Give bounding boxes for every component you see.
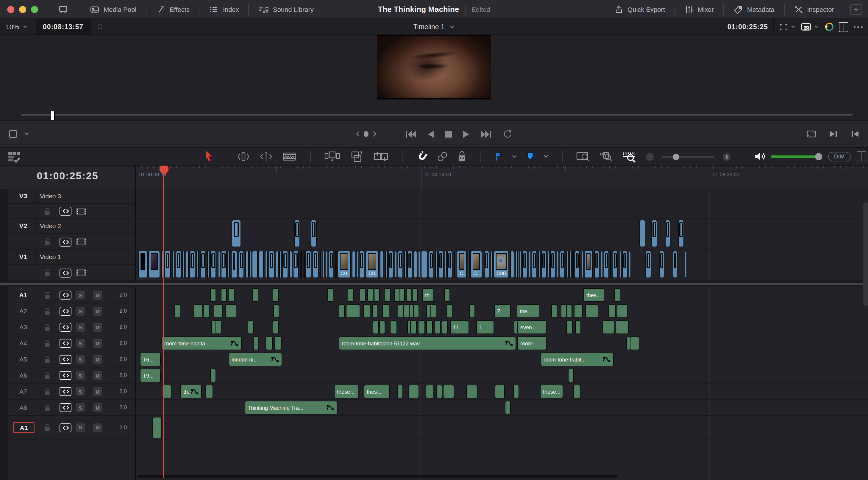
solo-button[interactable]: S: [75, 387, 85, 396]
mute-button[interactable]: M: [93, 323, 102, 332]
audio-clip[interactable]: [404, 304, 410, 318]
audio-lane-A8[interactable]: Thinking Machine Tra...: [135, 399, 868, 416]
video-clip[interactable]: [239, 251, 244, 278]
lock-icon[interactable]: [43, 403, 51, 412]
track-number[interactable]: A1: [13, 291, 33, 298]
audio-clip[interactable]: [253, 336, 259, 350]
video-clip[interactable]: [252, 251, 258, 278]
video-clip[interactable]: [435, 251, 438, 278]
video-clip[interactable]: [276, 251, 279, 278]
video-clip[interactable]: [313, 251, 318, 278]
snapping-magnet-button[interactable]: [416, 150, 428, 163]
mute-button[interactable]: M: [93, 355, 102, 364]
audio-clip[interactable]: [248, 321, 254, 334]
audio-clip[interactable]: room-...: [517, 336, 547, 350]
link-clips-button[interactable]: [436, 151, 448, 162]
audio-clip[interactable]: [616, 321, 629, 334]
auto-select-toggle[interactable]: [60, 403, 71, 412]
inspector-button[interactable]: Inspector: [785, 0, 844, 19]
video-clip[interactable]: [359, 251, 364, 278]
audio-clip[interactable]: [418, 321, 425, 334]
video-clip[interactable]: [640, 220, 645, 247]
video-clip[interactable]: [438, 251, 443, 278]
proxy-quality-button[interactable]: HQ: [801, 22, 818, 31]
audio-clip[interactable]: [273, 288, 279, 302]
audio-clip[interactable]: [210, 369, 216, 382]
audio-clip[interactable]: [410, 321, 417, 334]
trim-edit-tool-button[interactable]: [236, 151, 251, 162]
audio-clip[interactable]: [175, 304, 180, 318]
track-number[interactable]: V3: [13, 192, 33, 199]
auto-select-toggle[interactable]: [60, 237, 71, 246]
timeline-zoom-slider[interactable]: [662, 156, 714, 157]
video-clip[interactable]: [445, 251, 446, 278]
audio-clip[interactable]: [466, 385, 477, 398]
video-clip[interactable]: [532, 251, 537, 278]
razor-tool-button[interactable]: [282, 151, 297, 162]
audio-clip[interactable]: even i...: [517, 321, 547, 334]
auto-select-toggle[interactable]: [60, 371, 71, 380]
video-clip[interactable]: [329, 251, 334, 278]
fit-frame-button[interactable]: [779, 23, 795, 31]
timeline-lanes[interactable]: C0...C0...C...C...C00...th...thes...Z...…: [135, 189, 868, 480]
audio-clip[interactable]: [568, 369, 574, 382]
audio-clip[interactable]: th...: [180, 385, 202, 398]
video-clip[interactable]: [538, 251, 540, 278]
dynamic-trim-tool-button[interactable]: [259, 151, 273, 162]
video-clip[interactable]: [258, 251, 264, 278]
audio-clip[interactable]: [614, 288, 620, 302]
viewer-options-icon[interactable]: [854, 26, 863, 28]
quick-export-button[interactable]: Quick Export: [605, 0, 675, 19]
audio-clip[interactable]: [360, 288, 366, 302]
zoom-out-button[interactable]: [646, 153, 654, 160]
video-clip[interactable]: [289, 251, 292, 278]
auto-select-toggle[interactable]: [60, 323, 71, 332]
audio-clip[interactable]: [513, 385, 519, 398]
video-clip[interactable]: [282, 251, 288, 278]
video-clip[interactable]: [665, 220, 670, 247]
timeline-view-options-button[interactable]: [7, 151, 22, 162]
video-audio-divider[interactable]: [0, 280, 135, 287]
replace-clip-button[interactable]: [373, 151, 389, 162]
video-clip[interactable]: [520, 251, 522, 278]
audio-lane-A6[interactable]: T9...: [135, 367, 868, 384]
video-clip[interactable]: [269, 251, 274, 278]
video-clip[interactable]: [311, 220, 317, 247]
audio-clip[interactable]: [252, 288, 258, 302]
video-clip[interactable]: [522, 251, 527, 278]
audio-clip[interactable]: [408, 385, 419, 398]
mute-button[interactable]: M: [93, 423, 102, 432]
position-lock-button[interactable]: [457, 150, 467, 163]
track-number[interactable]: V1: [13, 253, 33, 260]
solo-button[interactable]: S: [75, 355, 85, 364]
audio-clip[interactable]: [575, 321, 581, 334]
custom-zoom-button[interactable]: [622, 151, 638, 162]
audio-clip[interactable]: [413, 304, 419, 318]
track-number[interactable]: A2: [13, 307, 33, 314]
dim-button[interactable]: DIM: [828, 152, 851, 161]
filmstrip-icon[interactable]: [75, 238, 87, 246]
audio-clip[interactable]: [225, 304, 236, 318]
audio-lane-A3[interactable]: 11...1...even i...: [135, 319, 868, 335]
video-clip[interactable]: [651, 220, 657, 247]
audio-clip[interactable]: Thinking Machine Tra...: [245, 401, 338, 415]
video-clip[interactable]: [421, 251, 428, 278]
video-clip[interactable]: [566, 251, 568, 278]
video-clip[interactable]: [582, 251, 583, 278]
video-clip[interactable]: [279, 251, 282, 278]
video-clip[interactable]: [380, 251, 384, 278]
video-clip[interactable]: [385, 251, 388, 278]
marker-chevron-icon[interactable]: [543, 154, 549, 159]
viewer-zoom-select[interactable]: 10%: [0, 19, 36, 34]
audio-clip[interactable]: [266, 336, 273, 350]
insert-clip-button[interactable]: [324, 151, 341, 162]
horizontal-scrollbar[interactable]: [137, 475, 618, 478]
video-clip[interactable]: [541, 251, 547, 278]
video-clip[interactable]: [491, 251, 493, 278]
audio-clip[interactable]: [442, 321, 448, 334]
grade-preview-icon[interactable]: [824, 22, 834, 32]
audio-clip[interactable]: thes...: [583, 288, 604, 302]
video-clip[interactable]: [388, 251, 394, 278]
video-clip[interactable]: [231, 220, 241, 247]
video-clip[interactable]: [293, 251, 299, 278]
